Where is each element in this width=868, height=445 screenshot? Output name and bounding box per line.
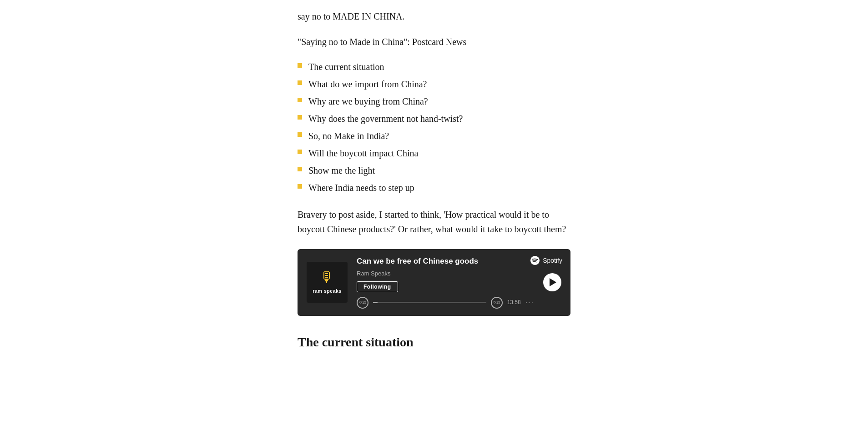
paragraph-text: Bravery to post aside, I started to thin… xyxy=(298,207,570,236)
list-item-text: Why are we buying from China? xyxy=(308,95,428,108)
spotify-logo: Spotify xyxy=(530,255,562,265)
list-item: The current situation xyxy=(298,60,570,74)
intro-text: say no to MADE IN CHINA. xyxy=(298,9,570,24)
microphone-icon: 🎙 xyxy=(320,270,334,285)
player-info: Can we be free of Chinese goods Ram Spea… xyxy=(357,256,534,309)
list-item-text: Why does the government not hand-twist? xyxy=(308,112,463,125)
skip-back-button[interactable]: ↺15 xyxy=(357,297,368,309)
following-button[interactable]: Following xyxy=(357,281,398,292)
list-item: Show me the light xyxy=(298,164,570,177)
skip-forward-button[interactable]: ↻15 xyxy=(491,297,503,309)
podcast-name: Ram Speaks xyxy=(357,269,534,279)
list-item-text: The current situation xyxy=(308,60,384,74)
progress-bar[interactable] xyxy=(373,302,486,303)
section-heading: The current situation xyxy=(298,332,570,353)
list-item: What do we import from China? xyxy=(298,77,570,91)
bullet-square-icon xyxy=(298,132,302,137)
list-item-text: So, no Make in India? xyxy=(308,129,389,143)
play-icon xyxy=(550,278,556,286)
page-container: say no to MADE IN CHINA. "Saying no to M… xyxy=(279,0,589,371)
bullet-square-icon xyxy=(298,115,302,120)
list-item: Why does the government not hand-twist? xyxy=(298,112,570,125)
list-item: Where India needs to step up xyxy=(298,181,570,195)
progress-bar-fill xyxy=(373,302,378,303)
bullet-list: The current situation What do we import … xyxy=(298,60,570,195)
bullet-square-icon xyxy=(298,150,302,154)
list-item: Will the boycott impact China xyxy=(298,146,570,160)
bullet-square-icon xyxy=(298,80,302,85)
skip-forward-icon: ↻15 xyxy=(491,297,503,309)
podcast-artwork: 🎙 ram speaks xyxy=(307,262,348,303)
list-item: Why are we buying from China? xyxy=(298,95,570,108)
list-item: So, no Make in India? xyxy=(298,129,570,143)
bullet-square-icon xyxy=(298,63,302,68)
player-controls: ↺15 ↻15 13:58 ··· xyxy=(357,297,534,309)
list-item-text: What do we import from China? xyxy=(308,77,427,91)
episode-title: Can we be free of Chinese goods xyxy=(357,256,534,266)
list-item-text: Where India needs to step up xyxy=(308,181,414,195)
more-options-button[interactable]: ··· xyxy=(525,297,534,309)
list-item-text: Show me the light xyxy=(308,164,375,177)
spotify-logo-icon xyxy=(530,255,540,265)
spotify-text: Spotify xyxy=(543,255,562,265)
skip-back-icon: ↺15 xyxy=(357,297,368,309)
podcast-artwork-label: ram speaks xyxy=(313,287,342,295)
bullet-square-icon xyxy=(298,167,302,171)
time-display: 13:58 xyxy=(507,298,521,307)
list-item-text: Will the boycott impact China xyxy=(308,146,418,160)
play-button[interactable] xyxy=(543,273,561,291)
bullet-square-icon xyxy=(298,184,302,189)
spotify-player: Spotify 🎙 ram speaks Can we be free of C… xyxy=(298,249,570,316)
source-text: "Saying no to Made in China": Postcard N… xyxy=(298,35,570,49)
bullet-square-icon xyxy=(298,98,302,102)
